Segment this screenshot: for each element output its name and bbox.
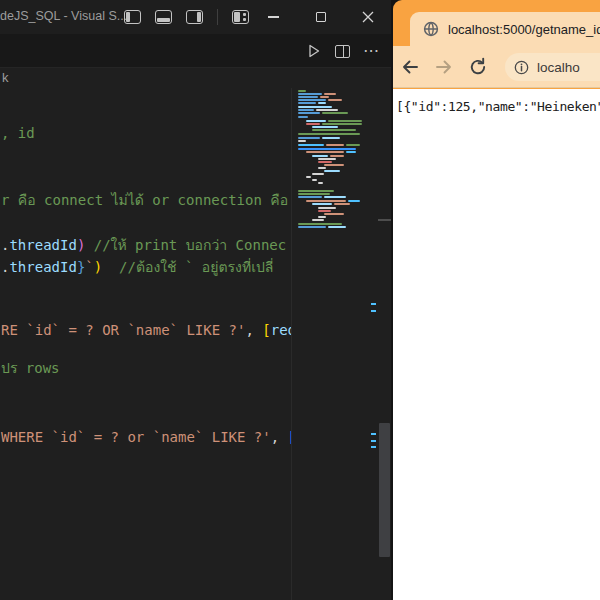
minimap-row (298, 109, 338, 111)
close-button[interactable] (344, 0, 391, 34)
minimap-row (318, 161, 332, 163)
more-actions-icon[interactable]: ⋯ (363, 46, 379, 56)
minimap-row (298, 99, 342, 101)
minimap-row (306, 151, 356, 153)
minimap-row (312, 219, 324, 221)
code-editor[interactable]: , idr คือ connect ไม่ได้ or connection ค… (0, 88, 391, 600)
code-line[interactable]: ปร rows (1, 357, 60, 379)
code-line[interactable]: .threadId) //ให้ print บอกว่า Connec (1, 234, 286, 256)
overview-decoration (371, 303, 376, 305)
minimap-row (298, 106, 332, 108)
titlebar-separator (217, 9, 218, 25)
code-line[interactable]: RE `id` = ? OR `name` LIKE ?', [req (1, 319, 291, 341)
minimap-row (312, 129, 356, 131)
forward-button[interactable] (427, 50, 461, 84)
overview-decoration (371, 446, 376, 448)
vscode-titlebar: deJS_SQL - Visual S... (0, 0, 391, 34)
minimap-row (298, 112, 348, 114)
minimap-row (306, 123, 362, 125)
minimap-row (318, 182, 323, 184)
globe-favicon (423, 21, 439, 37)
maximize-icon (316, 12, 326, 22)
browser-tab[interactable]: localhost:5000/getname_id, (410, 12, 600, 46)
minimap-row (298, 193, 330, 195)
minimap-row (318, 216, 326, 218)
minimap-row (312, 155, 344, 157)
minimap-row (306, 200, 360, 202)
tab-title: localhost:5000/getname_id, (448, 22, 600, 37)
minimap-row (312, 203, 350, 205)
browser-toolbar: localho (393, 46, 600, 88)
minimap-row (324, 170, 340, 172)
run-code-icon[interactable] (306, 43, 322, 59)
minimap-row (312, 173, 324, 175)
json-response-text: [{"id":125,"name":"Heineken"," (393, 89, 600, 115)
toggle-panel-icon[interactable] (155, 10, 172, 24)
close-icon (362, 11, 374, 23)
minimap-row (318, 167, 326, 169)
minimap-row (298, 96, 329, 98)
overview-decoration (371, 440, 376, 442)
minimap[interactable] (291, 88, 378, 600)
minimap-row (298, 144, 360, 146)
code-lines[interactable]: , idr คือ connect ไม่ได้ or connection ค… (0, 88, 291, 600)
minimap-row (298, 226, 346, 228)
forward-icon (434, 57, 454, 77)
overview-decoration (371, 310, 376, 312)
minimap-row (298, 140, 306, 142)
titlebar-layout-controls (124, 0, 249, 34)
minimap-row (298, 196, 346, 198)
address-url: localho (537, 60, 580, 75)
code-line[interactable]: r คือ connect ไม่ได้ or connection คือ (1, 189, 288, 211)
back-button[interactable] (393, 50, 427, 84)
minimap-row (298, 133, 360, 135)
minimap-row (324, 213, 344, 215)
overview-decoration (371, 433, 376, 435)
minimap-row (298, 190, 334, 192)
minimize-icon (268, 16, 279, 17)
window-title: deJS_SQL - Visual S... (0, 9, 127, 23)
reload-button[interactable] (461, 50, 495, 84)
back-icon (400, 57, 420, 77)
minimap-row (324, 164, 344, 166)
toggle-primary-sidebar-icon[interactable] (124, 10, 141, 24)
minimap-row (318, 158, 336, 160)
minimap-row (312, 126, 338, 128)
editor-tab-bar: ⋯ (0, 34, 391, 68)
minimap-row (298, 93, 336, 95)
minimap-row (298, 90, 306, 92)
customize-layout-icon[interactable] (232, 10, 249, 24)
minimap-row (298, 137, 340, 139)
minimap-row (298, 116, 308, 118)
window-controls (250, 0, 391, 34)
minimap-row (298, 223, 342, 225)
editor-scrollbar[interactable] (378, 88, 391, 600)
code-line[interactable]: , id (1, 122, 35, 144)
overview-ruler-marker (378, 219, 391, 221)
address-bar[interactable]: localho (505, 53, 600, 81)
minimize-button[interactable] (250, 0, 297, 34)
minimap-row (298, 148, 356, 150)
reload-icon (468, 57, 488, 77)
minimap-row (306, 176, 311, 178)
breadcrumb[interactable]: k (0, 68, 391, 88)
minimap-row (306, 120, 362, 122)
browser-content: [{"id":125,"name":"Heineken"," (393, 89, 600, 600)
minimap-row (318, 207, 336, 209)
maximize-button[interactable] (297, 0, 344, 34)
browser-window: localhost:5000/getname_id, localh (393, 0, 600, 600)
vscode-window: deJS_SQL - Visual S... ⋯ k (0, 0, 391, 600)
toggle-secondary-sidebar-icon[interactable] (186, 10, 203, 24)
split-editor-icon[interactable] (335, 45, 350, 58)
site-info-icon[interactable] (514, 60, 529, 75)
code-line[interactable]: .threadId}`) //ต้องใช้ ` อยู่ตรงที่เปลี่ (1, 256, 273, 278)
minimap-row (318, 210, 331, 212)
minimap-row (312, 179, 317, 181)
code-line[interactable]: WHERE `id` = ? or `name` LIKE ?', [ (1, 426, 291, 448)
minimap-row (298, 102, 326, 104)
scrollbar-thumb[interactable] (379, 423, 390, 557)
editor-actions: ⋯ (306, 34, 379, 68)
